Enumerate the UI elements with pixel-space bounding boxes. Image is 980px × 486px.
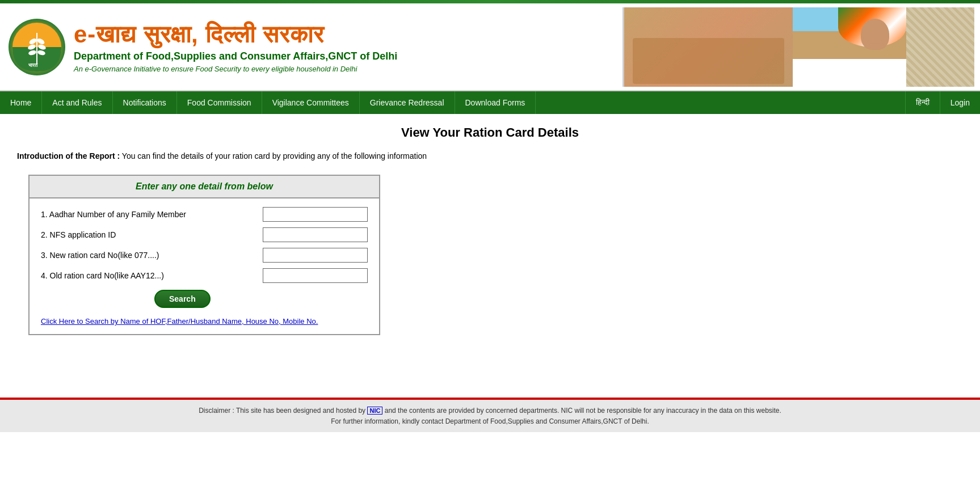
intro-label: Introduction of the Report : [17,151,120,160]
nav-right: हिन्दी Login [905,91,980,114]
footer-contact: For further information, kindly contact … [11,417,969,425]
logo-emblem: भारत [11,22,62,73]
search-form-box: Enter any one detail from below 1. Aadha… [28,175,380,335]
search-button[interactable]: Search [154,290,211,308]
form-box-header: Enter any one detail from below [30,176,379,198]
header: भारत e-खाद्य सुरक्षा, दिल्ली सरकार Depar… [0,3,980,91]
svg-text:भारत: भारत [28,62,38,68]
alt-search-link-container: Click Here to Search by Name of HOF,Fath… [41,316,368,326]
nav-grievance[interactable]: Grievance Redressal [360,91,455,114]
nav-download-forms[interactable]: Download Forms [455,91,536,114]
form-row-old-rc: 4. Old ration card No(like AAY12...) [41,268,368,283]
form-row-aadhar: 1. Aadhar Number of any Family Member [41,207,368,222]
page-title: View Your Ration Card Details [17,125,963,140]
disclaimer-text2: and the contents are provided by concern… [385,407,781,415]
nav-home[interactable]: Home [0,91,42,114]
header-text: e-खाद्य सुरक्षा, दिल्ली सरकार Department… [68,21,623,73]
new-rc-input[interactable] [263,248,368,263]
intro-description: You can find the details of your ration … [122,151,427,160]
intro-text: Introduction of the Report : You can fin… [17,151,963,160]
footer-disclaimer: Disclaimer : This site has been designed… [11,407,969,415]
header-sub: An e-Governance Initiative to ensure Foo… [74,65,623,73]
nav-login[interactable]: Login [940,91,980,114]
disclaimer-text1: Disclaimer : This site has been designed… [199,407,367,415]
form-row-new-rc: 3. New ration card No(like 077....) [41,248,368,263]
alt-search-link[interactable]: Click Here to Search by Name of HOF,Fath… [41,317,318,326]
nav-food-commission[interactable]: Food Commission [177,91,262,114]
nic-label: NIC [367,407,382,415]
search-btn-row: Search [41,290,368,308]
nfs-input[interactable] [263,227,368,242]
nav-act-rules[interactable]: Act and Rules [42,91,112,114]
old-rc-input[interactable] [263,268,368,283]
aadhar-label: 1. Aadhar Number of any Family Member [41,210,263,219]
logo: भारत [6,13,68,81]
nav-notifications[interactable]: Notifications [113,91,177,114]
new-rc-label: 3. New ration card No(like 077....) [41,251,263,260]
aadhar-input[interactable] [263,207,368,222]
header-title-hindi: e-खाद्य सुरक्षा, दिल्ली सरकार [74,21,623,48]
old-rc-label: 4. Old ration card No(like AAY12...) [41,271,263,280]
header-dept: Department of Food,Supplies and Consumer… [74,50,623,62]
main-nav: Home Act and Rules Notifications Food Co… [0,91,980,114]
footer: Disclaimer : This site has been designed… [0,400,980,432]
form-body: 1. Aadhar Number of any Family Member 2.… [30,198,379,334]
nav-hindi[interactable]: हिन्दी [905,91,940,114]
logo-circle: भारत [9,19,65,75]
header-banner [623,7,974,87]
nfs-label: 2. NFS application ID [41,230,263,239]
form-row-nfs: 2. NFS application ID [41,227,368,242]
form-header-text: Enter any one detail from below [136,181,273,191]
nav-vigilance[interactable]: Vigilance Committees [262,91,360,114]
main-content: View Your Ration Card Details Introducti… [0,114,980,398]
